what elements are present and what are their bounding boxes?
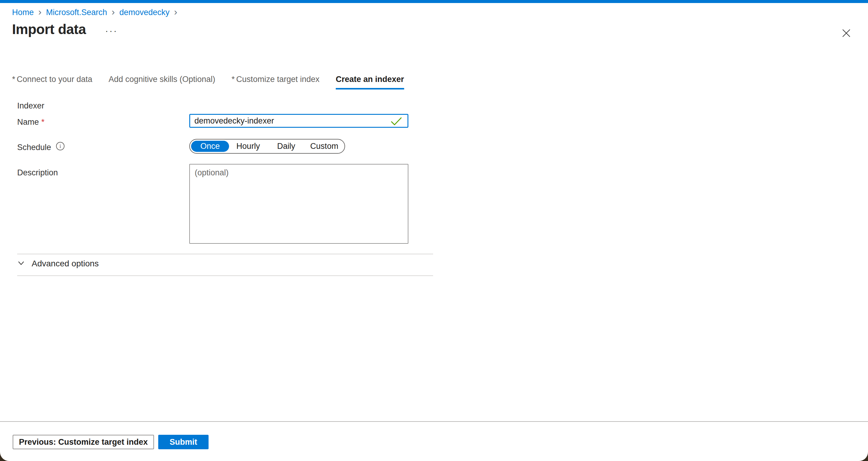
schedule-option-hourly[interactable]: Hourly — [229, 141, 267, 152]
name-label: Name* — [17, 118, 44, 127]
close-button[interactable] — [839, 26, 854, 41]
breadcrumb-link-home[interactable]: Home — [12, 8, 34, 17]
schedule-option-custom[interactable]: Custom — [305, 141, 343, 152]
indexer-section-label: Indexer — [17, 101, 44, 111]
divider-bottom — [17, 275, 433, 276]
divider-top — [17, 254, 433, 254]
tab-create-an-indexer[interactable]: Create an indexer — [336, 75, 404, 90]
tab-label: Customize target index — [236, 75, 319, 84]
close-icon — [841, 28, 851, 39]
required-asterisk: * — [12, 75, 16, 84]
tab-add-cognitive-skills-optional-[interactable]: Add cognitive skills (Optional) — [108, 75, 215, 90]
tab-label: Add cognitive skills (Optional) — [108, 75, 215, 84]
previous-step-button[interactable]: Previous: Customize target index — [13, 435, 154, 449]
description-label: Description — [17, 168, 58, 178]
page-header: Import data ··· — [12, 21, 118, 37]
breadcrumb-separator-icon: › — [174, 8, 178, 16]
breadcrumb-separator-icon: › — [38, 8, 41, 16]
breadcrumb: Home›Microsoft.Search›demovedecky› — [12, 8, 182, 17]
description-textarea[interactable] — [189, 164, 408, 244]
breadcrumb-link-microsoft-search[interactable]: Microsoft.Search — [46, 8, 107, 17]
import-tabs: *Connect to your dataAdd cognitive skill… — [12, 75, 404, 90]
portal-top-accent-bar — [0, 0, 868, 3]
tab-connect-to-your-data[interactable]: *Connect to your data — [12, 75, 92, 90]
tab-label: Create an indexer — [336, 75, 404, 84]
breadcrumb-separator-icon: › — [112, 8, 115, 16]
import-data-page: Home›Microsoft.Search›demovedecky› Impor… — [0, 0, 868, 461]
footer-actions: Previous: Customize target index Submit — [13, 435, 209, 449]
schedule-option-once[interactable]: Once — [191, 141, 229, 152]
more-options-button[interactable]: ··· — [105, 26, 118, 36]
schedule-toggle: OnceHourlyDailyCustom — [189, 139, 345, 154]
required-asterisk: * — [41, 118, 44, 127]
info-icon[interactable]: i — [56, 142, 64, 150]
chevron-down-icon — [17, 258, 26, 269]
footer-divider — [0, 421, 868, 422]
advanced-options-label: Advanced options — [32, 259, 99, 269]
tab-label: Connect to your data — [17, 75, 93, 84]
schedule-label: Schedule — [17, 143, 51, 152]
schedule-option-daily[interactable]: Daily — [267, 141, 305, 152]
advanced-options-toggle[interactable]: Advanced options — [17, 258, 99, 269]
required-asterisk: * — [231, 75, 235, 84]
breadcrumb-link-demovedecky[interactable]: demovedecky — [119, 8, 170, 17]
page-title: Import data — [12, 21, 86, 37]
indexer-name-input[interactable] — [189, 114, 408, 128]
tab-customize-target-index[interactable]: *Customize target index — [231, 75, 319, 90]
submit-button[interactable]: Submit — [158, 435, 209, 449]
valid-check-icon — [391, 117, 402, 127]
